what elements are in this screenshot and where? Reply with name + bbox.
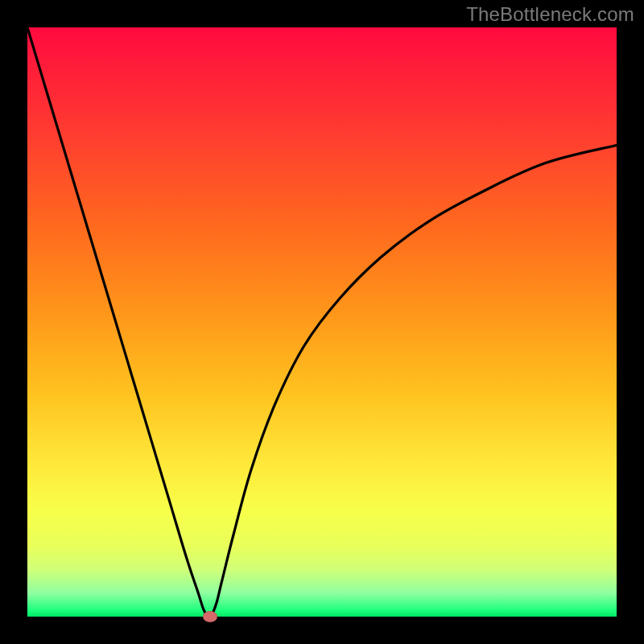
watermark-text: TheBottleneck.com	[466, 3, 634, 26]
curve-path	[27, 27, 617, 617]
chart-frame: TheBottleneck.com	[0, 0, 644, 644]
plot-area	[27, 27, 617, 617]
minimum-marker	[203, 611, 217, 622]
bottleneck-curve	[27, 27, 617, 617]
